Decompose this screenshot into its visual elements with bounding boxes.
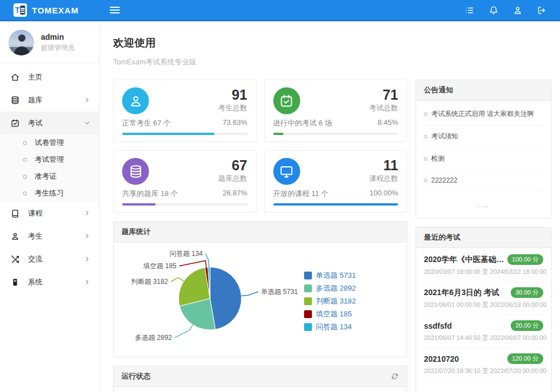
exam-item[interactable]: 2020学年《中医基础理论》 100.00 分 2020/03/07 18:00…: [424, 249, 543, 282]
legend-item[interactable]: 单选题 5731: [304, 270, 356, 281]
chart-legend: 单选题 5731 多选题 2892 判断题 3182 填空题 185 问答题 1…: [304, 270, 356, 332]
submenu-item-label: 考生练习: [35, 188, 64, 198]
sidebar-item-考试[interactable]: 考试: [0, 111, 99, 134]
shuffle-icon: [11, 255, 20, 264]
legend-item[interactable]: 判断题 3182: [304, 296, 356, 306]
sidebar-item-课程[interactable]: 课程: [0, 202, 99, 225]
home-icon: [11, 73, 20, 82]
legend-label: 多选题 2892: [316, 283, 356, 293]
person-card-icon: [122, 87, 149, 114]
database-icon: [11, 96, 20, 105]
legend-item[interactable]: 问答题 134: [304, 322, 356, 332]
score-badge: 100.00 分: [507, 254, 543, 265]
exam-name: 2020学年《中医基础理论》: [424, 255, 507, 265]
exam-item[interactable]: ssdfsfd 20.00 分 2021/06/07 14:49:50 至 20…: [424, 315, 543, 348]
run-state-panel: 运行状态 SERVER1: [113, 366, 407, 392]
notice-item[interactable]: 考试须知: [424, 125, 543, 148]
circle-bullet-icon: [424, 179, 427, 182]
avatar[interactable]: [8, 30, 34, 55]
database-card-icon: [122, 158, 149, 185]
legend-label: 判断题 3182: [316, 296, 356, 306]
brand-logo[interactable]: T TOMEXAM: [0, 3, 100, 17]
legend-item[interactable]: 多选题 2892: [304, 283, 356, 293]
stat-card-考生总数: 91 考生总数 正常考生 67 个 73.63%: [113, 80, 256, 142]
panel-title: 公告通知: [424, 85, 453, 95]
chevron-down-icon: [84, 120, 90, 126]
exam-time-range: 2021/06/07 14:49:50 至 2022/06/07 00:00:0…: [424, 334, 543, 342]
notice-item[interactable]: 检测: [424, 148, 543, 170]
progress-track: [122, 203, 248, 206]
book-icon: [11, 209, 20, 218]
notifications-icon[interactable]: [489, 6, 498, 15]
sidebar-item-题库[interactable]: 题库: [0, 88, 99, 111]
user-icon: [11, 232, 20, 241]
brand-name: TOMEXAM: [32, 6, 78, 15]
submenu-item-考生练习[interactable]: 考生练习: [0, 185, 99, 202]
account-icon[interactable]: [513, 6, 522, 15]
stats-grid: 91 考生总数 正常考生 67 个 73.63% 71 考试总数 进行中的考试 …: [113, 80, 407, 213]
circle-bullet-icon: [23, 175, 27, 179]
submenu-item-试卷管理[interactable]: 试卷管理: [0, 134, 99, 151]
stat-card-课程总数: 11 课程总数 开放的课程 11 个 100.00%: [264, 150, 408, 213]
stat-sub-label: 共享的题库 18 个: [122, 189, 178, 199]
notice-more-link[interactable]: ....: [416, 194, 551, 218]
submenu-item-准考证[interactable]: 准考证: [0, 168, 99, 185]
exam-name: 20210720: [424, 354, 507, 363]
calendar-card-icon: [273, 87, 300, 114]
submenu-item-label: 准考证: [35, 171, 57, 181]
sidebar-item-label: 考生: [28, 231, 84, 241]
sidebar-item-考生[interactable]: 考生: [0, 225, 99, 248]
logo-letter: T: [15, 6, 20, 14]
exam-name: ssdfsfd: [424, 321, 511, 330]
submenu-item-label: 试卷管理: [35, 138, 64, 148]
submenu-item-label: 考试管理: [35, 155, 64, 165]
circle-bullet-icon: [23, 141, 27, 145]
left-column: 91 考生总数 正常考生 67 个 73.63% 71 考试总数 进行中的考试 …: [113, 80, 407, 392]
legend-item[interactable]: 填空题 185: [304, 309, 356, 319]
stat-sub-label: 开放的课程 11 个: [273, 189, 329, 199]
panel-title: 最近的考试: [424, 232, 460, 242]
stat-value: 91: [218, 87, 248, 102]
stat-value: 67: [218, 158, 248, 172]
legend-swatch: [304, 297, 312, 305]
notice-item[interactable]: 2222222: [424, 170, 543, 191]
slice-label: 问答题 134: [170, 250, 203, 258]
exams-more-link[interactable]: ....: [416, 381, 551, 392]
exam-time-range: 2020/03/07 18:00:00 至 2024/03/22 18:00:0…: [424, 268, 543, 276]
circle-bullet-icon: [424, 157, 427, 161]
leader-line: [175, 325, 193, 338]
log-list-icon[interactable]: [465, 6, 474, 15]
exam-name: 2021年6月3日的 考试: [424, 288, 511, 298]
stat-percent: 26.87%: [222, 189, 247, 199]
circle-bullet-icon: [23, 158, 27, 162]
stat-card-考试总数: 71 考试总数 进行中的考试 6 场 8.45%: [264, 80, 408, 142]
sidebar-toggle-button[interactable]: [110, 7, 120, 13]
pie-slice-单选题[interactable]: [210, 267, 241, 329]
legend-swatch: [304, 323, 312, 331]
stat-value: 11: [369, 158, 398, 172]
panel-title: 题库统计: [122, 227, 151, 237]
circle-bullet-icon: [424, 135, 427, 138]
slice-label: 填空题 185: [143, 262, 177, 270]
progress-track: [273, 203, 399, 206]
panel-title: 运行状态: [122, 371, 151, 381]
submenu-item-考试管理[interactable]: 考试管理: [0, 151, 99, 168]
notice-text: 考试系统正式启用 请大家都关注啊: [431, 109, 534, 119]
leader-line: [241, 292, 258, 296]
logout-icon[interactable]: [537, 6, 547, 15]
circle-bullet-icon: [424, 113, 427, 116]
notice-text: 2222222: [431, 176, 458, 184]
notice-item[interactable]: 考试系统正式启用 请大家都关注啊: [424, 103, 543, 125]
refresh-icon[interactable]: [391, 372, 399, 380]
sidebar-item-交流[interactable]: 交流: [0, 248, 99, 270]
notice-text: 检测: [431, 154, 445, 164]
stat-percent: 100.00%: [370, 189, 398, 199]
exam-item[interactable]: 20210720 120.00 分 2021/07/20 18:36:10 至 …: [424, 348, 543, 381]
notice-list: 考试系统正式启用 请大家都关注啊 考试须知 检测 2222222: [416, 101, 551, 194]
exam-item[interactable]: 2021年6月3日的 考试 30.00 分 2021/06/01 00:00:0…: [424, 282, 543, 315]
right-column: 公告通知 考试系统正式启用 请大家都关注啊 考试须知 检测 2222222 ..…: [416, 80, 552, 392]
score-badge: 20.00 分: [511, 320, 543, 331]
chevron-right-icon: [84, 279, 90, 285]
sidebar-item-主页[interactable]: 主页: [0, 66, 99, 88]
sidebar-item-系统[interactable]: 系统: [0, 270, 99, 293]
